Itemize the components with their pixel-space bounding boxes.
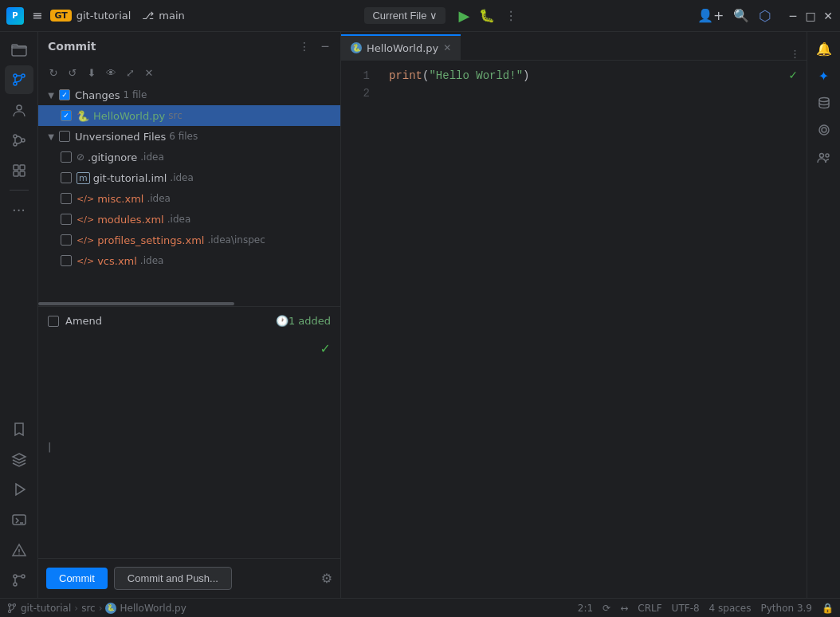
download-icon[interactable]: ⬇ xyxy=(83,64,100,81)
activity-item-bookmark[interactable] xyxy=(5,415,33,443)
activity-item-git[interactable] xyxy=(5,65,33,94)
search-everywhere-icon[interactable]: 🔍 xyxy=(733,8,749,23)
plugin-icon[interactable]: ⬡ xyxy=(759,7,771,24)
unversioned-section-header[interactable]: ▼ Unversioned Files 6 files xyxy=(38,126,340,147)
gitignore-checkbox[interactable] xyxy=(61,151,72,163)
no-entry-icon: ⊘ xyxy=(77,151,84,163)
eye-icon[interactable]: 👁 xyxy=(102,64,120,81)
project-name[interactable]: git-tutorial xyxy=(77,10,131,22)
amend-clock-icon[interactable]: 🕐 xyxy=(276,315,289,327)
status-path[interactable]: git-tutorial › src › 🐍 HelloWorld.py xyxy=(21,603,186,614)
file-item-misc-xml[interactable]: </> misc.xml .idea xyxy=(38,188,340,209)
activity-item-warning[interactable] xyxy=(5,536,33,564)
commit-message-input[interactable] xyxy=(41,338,337,555)
run-icon[interactable]: ▶ xyxy=(458,7,469,24)
status-left: git-tutorial › src › 🐍 HelloWorld.py xyxy=(6,603,186,614)
file-item-iml[interactable]: m git-tutorial.iml .idea xyxy=(38,167,340,188)
iml-checkbox[interactable] xyxy=(61,172,72,183)
status-branch[interactable] xyxy=(6,603,18,614)
code-keyword-print: print xyxy=(389,67,422,84)
maximize-button[interactable]: □ xyxy=(805,10,816,22)
code-paren-close: ) xyxy=(523,67,529,84)
close-panel-icon[interactable]: ✕ xyxy=(140,64,158,81)
svg-point-4 xyxy=(17,105,22,110)
changes-section-header[interactable]: ▼ Changes 1 file xyxy=(38,84,340,105)
modules-xml-checkbox[interactable] xyxy=(61,214,72,225)
activity-item-layers[interactable] xyxy=(5,445,33,474)
activity-item-folder[interactable] xyxy=(5,35,33,64)
status-src: src xyxy=(81,603,96,614)
file-item-vcs-xml[interactable]: </> vcs.xml .idea xyxy=(38,250,340,271)
debug-icon[interactable]: 🐛 xyxy=(479,8,495,23)
panel-minimize-icon[interactable]: ─ xyxy=(316,37,334,55)
sync-icon[interactable]: ⟳ xyxy=(603,603,610,614)
encoding[interactable]: UTF-8 xyxy=(672,603,700,614)
file-item-helloworld[interactable]: 🐍 HelloWorld.py src xyxy=(38,105,340,126)
branch-icon: ⎇ xyxy=(142,10,154,22)
file-item-profiles-xml[interactable]: </> profiles_settings.xml .idea\inspec xyxy=(38,230,340,250)
commit-and-push-button[interactable]: Commit and Push... xyxy=(114,567,232,590)
horizontal-scrollbar[interactable] xyxy=(38,301,340,306)
scrollbar-thumb[interactable] xyxy=(38,302,234,305)
copilot-icon[interactable] xyxy=(812,118,836,142)
branch-status-icon xyxy=(6,603,18,614)
undo-icon[interactable]: ↺ xyxy=(64,64,81,81)
misc-xml-checkbox[interactable] xyxy=(61,193,72,204)
helloworld-checkbox[interactable] xyxy=(61,110,72,121)
refresh-icon[interactable]: ↻ xyxy=(45,64,62,81)
added-badge: 1 added xyxy=(289,315,331,327)
activity-item-more[interactable]: ··· xyxy=(5,195,33,224)
team-icon[interactable] xyxy=(812,145,836,169)
tab-menu-icon[interactable]: ⋮ xyxy=(783,48,807,60)
minimize-button[interactable]: ─ xyxy=(787,10,799,22)
code-content[interactable]: print ( "Hello World!" ) ✓ xyxy=(376,61,807,598)
commit-message-area[interactable]: ✓ | xyxy=(38,335,340,558)
activity-item-packages[interactable] xyxy=(5,156,33,185)
code-line-2 xyxy=(389,84,807,102)
python-version[interactable]: Python 3.9 xyxy=(761,603,813,614)
commit-message-checkmark: ✓ xyxy=(320,341,331,356)
activity-divider xyxy=(10,190,29,191)
xml-file-icon-profiles: </> xyxy=(77,235,94,246)
activity-item-merge[interactable] xyxy=(5,126,33,155)
activity-item-git-bottom[interactable] xyxy=(5,566,33,595)
vcs-xml-checkbox[interactable] xyxy=(61,255,72,266)
indent-size[interactable]: 4 spaces xyxy=(709,603,752,614)
indent-icon[interactable]: ↔ xyxy=(620,603,628,614)
editor-tab-helloworld[interactable]: 🐍 HelloWorld.py ✕ xyxy=(341,34,461,60)
activity-item-run[interactable] xyxy=(5,475,33,504)
amend-checkbox[interactable] xyxy=(48,316,59,327)
close-button[interactable]: ✕ xyxy=(822,10,834,22)
unversioned-chevron: ▼ xyxy=(45,130,57,143)
lock-icon[interactable]: 🔒 xyxy=(822,603,834,614)
commit-button[interactable]: Commit xyxy=(46,568,108,589)
unversioned-checkbox[interactable] xyxy=(59,131,70,142)
ai-assistant-icon[interactable]: ✦ xyxy=(812,64,836,88)
changes-checkbox[interactable] xyxy=(59,89,70,100)
activity-item-terminal[interactable] xyxy=(5,505,33,534)
file-item-modules-xml[interactable]: </> modules.xml .idea xyxy=(38,209,340,230)
activity-item-person[interactable] xyxy=(5,96,33,124)
branch-name[interactable]: main xyxy=(159,10,184,22)
expand-icon[interactable]: ⤢ xyxy=(121,64,139,81)
code-string-hello: "Hello World!" xyxy=(429,67,523,84)
tab-close-icon[interactable]: ✕ xyxy=(443,42,451,53)
current-file-button[interactable]: Current File ∨ xyxy=(364,7,446,24)
hamburger-menu-icon[interactable]: ≡ xyxy=(29,5,45,26)
line-ending[interactable]: CRLF xyxy=(638,603,661,614)
window-controls: ─ □ ✕ xyxy=(787,10,834,22)
editor-area: 🐍 HelloWorld.py ✕ ⋮ 1 2 print ( "Hello W… xyxy=(341,32,807,598)
commit-settings-icon[interactable]: ⚙ xyxy=(321,571,332,586)
svg-point-14 xyxy=(14,575,17,578)
status-bar: git-tutorial › src › 🐍 HelloWorld.py 2:1… xyxy=(0,598,840,617)
main-layout: ··· Commit ⋮ ─ ↻ ↺ xyxy=(0,32,840,598)
database-icon[interactable] xyxy=(812,91,836,115)
add-user-icon[interactable]: 👤+ xyxy=(697,8,724,23)
more-options-icon[interactable]: ⋮ xyxy=(504,8,517,23)
panel-more-icon[interactable]: ⋮ xyxy=(296,37,313,55)
profiles-xml-checkbox[interactable] xyxy=(61,234,72,246)
notifications-icon[interactable]: 🔔 xyxy=(812,37,836,61)
file-item-gitignore[interactable]: ⊘ .gitignore .idea xyxy=(38,147,340,167)
svg-point-23 xyxy=(14,603,16,606)
cursor-position[interactable]: 2:1 xyxy=(578,603,593,614)
